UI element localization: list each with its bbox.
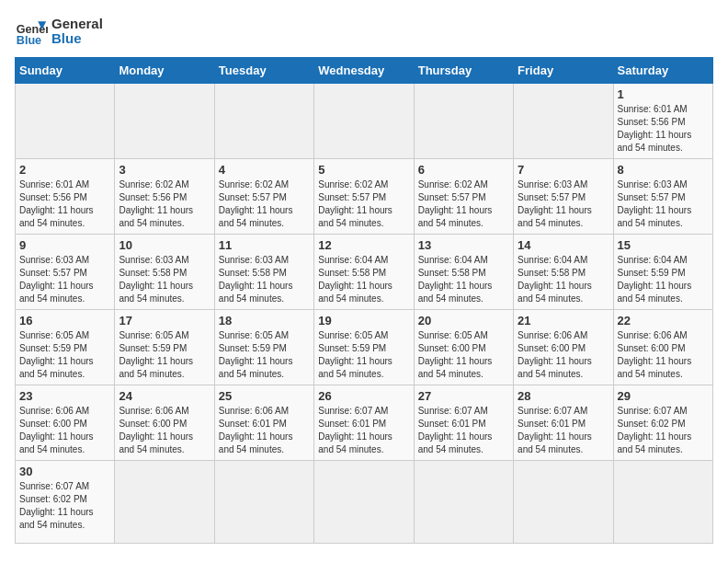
day-info: Sunrise: 6:04 AM Sunset: 5:58 PM Dayligh… — [518, 254, 609, 305]
header-row: SundayMondayTuesdayWednesdayThursdayFrid… — [16, 58, 713, 84]
day-info: Sunrise: 6:07 AM Sunset: 6:02 PM Dayligh… — [19, 480, 110, 532]
day-number: 30 — [19, 465, 110, 478]
day-number: 26 — [318, 389, 409, 403]
header-day-wednesday: Wednesday — [314, 58, 414, 84]
day-info: Sunrise: 6:01 AM Sunset: 5:56 PM Dayligh… — [19, 178, 110, 230]
calendar-week-2: 2Sunrise: 6:01 AM Sunset: 5:56 PM Daylig… — [16, 159, 713, 235]
day-info: Sunrise: 6:06 AM Sunset: 6:00 PM Dayligh… — [518, 329, 609, 381]
day-info: Sunrise: 6:06 AM Sunset: 6:00 PM Dayligh… — [19, 405, 110, 456]
day-info: Sunrise: 6:07 AM Sunset: 6:01 PM Dayligh… — [318, 405, 409, 456]
calendar-cell — [314, 84, 414, 159]
day-info: Sunrise: 6:02 AM Sunset: 5:56 PM Dayligh… — [119, 178, 210, 230]
calendar-cell: 10Sunrise: 6:03 AM Sunset: 5:58 PM Dayli… — [115, 235, 214, 310]
calendar-cell — [514, 461, 613, 544]
calendar-cell — [214, 84, 313, 159]
day-info: Sunrise: 6:03 AM Sunset: 5:57 PM Dayligh… — [618, 178, 709, 230]
day-info: Sunrise: 6:05 AM Sunset: 5:59 PM Dayligh… — [219, 329, 310, 381]
day-info: Sunrise: 6:03 AM Sunset: 5:57 PM Dayligh… — [518, 178, 609, 230]
calendar-cell — [414, 84, 513, 159]
day-info: Sunrise: 6:05 AM Sunset: 5:59 PM Dayligh… — [19, 329, 110, 381]
day-number: 7 — [518, 163, 609, 177]
calendar-cell: 24Sunrise: 6:06 AM Sunset: 6:00 PM Dayli… — [115, 385, 214, 461]
calendar-cell: 23Sunrise: 6:06 AM Sunset: 6:00 PM Dayli… — [16, 385, 115, 461]
calendar-cell: 28Sunrise: 6:07 AM Sunset: 6:01 PM Dayli… — [514, 385, 613, 461]
day-number: 12 — [318, 238, 409, 252]
calendar-cell: 30Sunrise: 6:07 AM Sunset: 6:02 PM Dayli… — [16, 461, 115, 544]
header-day-sunday: Sunday — [16, 58, 115, 84]
day-number: 15 — [618, 238, 709, 252]
day-number: 1 — [618, 87, 709, 101]
day-info: Sunrise: 6:05 AM Sunset: 6:00 PM Dayligh… — [418, 329, 509, 381]
day-info: Sunrise: 6:01 AM Sunset: 5:56 PM Dayligh… — [618, 103, 709, 155]
calendar-cell — [115, 461, 214, 544]
logo: General Blue General Blue — [15, 15, 103, 48]
calendar-cell: 5Sunrise: 6:02 AM Sunset: 5:57 PM Daylig… — [314, 159, 414, 235]
header-day-thursday: Thursday — [414, 58, 513, 84]
day-number: 27 — [418, 389, 509, 403]
day-number: 14 — [518, 238, 609, 252]
day-number: 28 — [518, 389, 609, 403]
calendar-cell: 27Sunrise: 6:07 AM Sunset: 6:01 PM Dayli… — [414, 385, 513, 461]
day-number: 8 — [618, 163, 709, 177]
day-number: 21 — [518, 314, 609, 327]
calendar-cell — [314, 461, 414, 544]
calendar-cell: 17Sunrise: 6:05 AM Sunset: 5:59 PM Dayli… — [115, 310, 214, 385]
day-number: 24 — [119, 389, 210, 403]
day-info: Sunrise: 6:03 AM Sunset: 5:57 PM Dayligh… — [19, 254, 110, 305]
calendar-cell — [115, 84, 214, 159]
day-info: Sunrise: 6:07 AM Sunset: 6:01 PM Dayligh… — [418, 405, 509, 456]
page-header: General Blue General Blue — [15, 15, 713, 48]
day-number: 22 — [618, 314, 709, 327]
day-info: Sunrise: 6:03 AM Sunset: 5:58 PM Dayligh… — [219, 254, 310, 305]
day-number: 9 — [19, 238, 110, 252]
calendar-table: SundayMondayTuesdayWednesdayThursdayFrid… — [15, 57, 713, 544]
calendar-cell: 11Sunrise: 6:03 AM Sunset: 5:58 PM Dayli… — [214, 235, 313, 310]
day-info: Sunrise: 6:04 AM Sunset: 5:58 PM Dayligh… — [318, 254, 409, 305]
calendar-cell — [414, 461, 513, 544]
calendar-cell: 15Sunrise: 6:04 AM Sunset: 5:59 PM Dayli… — [613, 235, 712, 310]
day-number: 18 — [219, 314, 310, 327]
calendar-week-6: 30Sunrise: 6:07 AM Sunset: 6:02 PM Dayli… — [16, 461, 713, 544]
calendar-cell: 16Sunrise: 6:05 AM Sunset: 5:59 PM Dayli… — [16, 310, 115, 385]
day-number: 6 — [418, 163, 509, 177]
day-info: Sunrise: 6:06 AM Sunset: 6:01 PM Dayligh… — [219, 405, 310, 456]
calendar-cell: 18Sunrise: 6:05 AM Sunset: 5:59 PM Dayli… — [214, 310, 313, 385]
svg-text:Blue: Blue — [17, 34, 41, 47]
day-info: Sunrise: 6:02 AM Sunset: 5:57 PM Dayligh… — [418, 178, 509, 230]
calendar-week-4: 16Sunrise: 6:05 AM Sunset: 5:59 PM Dayli… — [16, 310, 713, 385]
header-day-monday: Monday — [115, 58, 214, 84]
calendar-cell — [514, 84, 613, 159]
day-number: 16 — [19, 314, 110, 327]
header-day-tuesday: Tuesday — [214, 58, 313, 84]
calendar-cell: 22Sunrise: 6:06 AM Sunset: 6:00 PM Dayli… — [613, 310, 712, 385]
day-number: 25 — [219, 389, 310, 403]
calendar-header: SundayMondayTuesdayWednesdayThursdayFrid… — [16, 58, 713, 84]
calendar-cell — [613, 461, 712, 544]
calendar-cell: 29Sunrise: 6:07 AM Sunset: 6:02 PM Dayli… — [613, 385, 712, 461]
calendar-cell: 9Sunrise: 6:03 AM Sunset: 5:57 PM Daylig… — [16, 235, 115, 310]
logo-label-general: General — [51, 17, 103, 32]
calendar-cell: 1Sunrise: 6:01 AM Sunset: 5:56 PM Daylig… — [613, 84, 712, 159]
day-info: Sunrise: 6:05 AM Sunset: 5:59 PM Dayligh… — [119, 329, 210, 381]
day-info: Sunrise: 6:03 AM Sunset: 5:58 PM Dayligh… — [119, 254, 210, 305]
calendar-cell — [16, 84, 115, 159]
day-number: 5 — [318, 163, 409, 177]
day-info: Sunrise: 6:02 AM Sunset: 5:57 PM Dayligh… — [219, 178, 310, 230]
calendar-cell — [214, 461, 313, 544]
day-info: Sunrise: 6:04 AM Sunset: 5:58 PM Dayligh… — [418, 254, 509, 305]
calendar-cell: 4Sunrise: 6:02 AM Sunset: 5:57 PM Daylig… — [214, 159, 313, 235]
header-day-saturday: Saturday — [613, 58, 712, 84]
day-number: 29 — [618, 389, 709, 403]
calendar-cell: 25Sunrise: 6:06 AM Sunset: 6:01 PM Dayli… — [214, 385, 313, 461]
day-number: 23 — [19, 389, 110, 403]
day-number: 3 — [119, 163, 210, 177]
header-day-friday: Friday — [514, 58, 613, 84]
day-number: 4 — [219, 163, 310, 177]
calendar-cell: 14Sunrise: 6:04 AM Sunset: 5:58 PM Dayli… — [514, 235, 613, 310]
day-info: Sunrise: 6:02 AM Sunset: 5:57 PM Dayligh… — [318, 178, 409, 230]
calendar-cell: 19Sunrise: 6:05 AM Sunset: 5:59 PM Dayli… — [314, 310, 414, 385]
calendar-cell: 12Sunrise: 6:04 AM Sunset: 5:58 PM Dayli… — [314, 235, 414, 310]
day-number: 20 — [418, 314, 509, 327]
day-info: Sunrise: 6:07 AM Sunset: 6:02 PM Dayligh… — [618, 405, 709, 456]
calendar-body: 1Sunrise: 6:01 AM Sunset: 5:56 PM Daylig… — [16, 84, 713, 544]
